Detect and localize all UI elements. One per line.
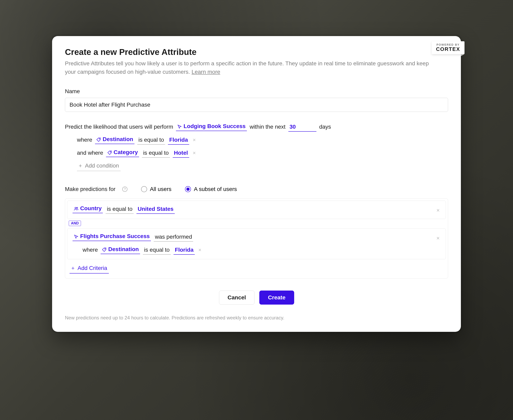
cursor-icon: [177, 124, 182, 129]
tag-icon: [102, 247, 107, 252]
criteria-op-token[interactable]: was performed: [154, 234, 193, 242]
tag-icon: [96, 137, 101, 142]
condition-row: and where Category is equal to Hotel ×: [65, 149, 448, 158]
criteria-value-token[interactable]: Florida: [174, 247, 195, 255]
svg-point-1: [110, 152, 111, 152]
condition-op-token[interactable]: is equal to: [142, 150, 170, 158]
add-condition-button[interactable]: ＋ Add condition: [77, 162, 121, 171]
subset-criteria-box: Country is equal to United States × AND …: [65, 198, 448, 278]
remove-condition-icon[interactable]: ×: [192, 150, 196, 156]
radio-subset-users[interactable]: [185, 186, 191, 192]
criteria-event-token[interactable]: Flights Purchase Success: [73, 233, 151, 241]
predict-days-token[interactable]: 30: [288, 124, 317, 132]
criteria-op-token[interactable]: is equal to: [143, 247, 171, 255]
and-chip: AND: [69, 221, 81, 226]
cursor-icon: [74, 234, 79, 239]
create-button[interactable]: Create: [259, 291, 294, 305]
cortex-brand: CORTEX: [436, 46, 460, 52]
svg-point-4: [105, 249, 106, 249]
remove-criteria-icon[interactable]: ×: [436, 206, 440, 214]
remove-criteria-icon[interactable]: ×: [436, 234, 440, 242]
name-field-label: Name: [65, 88, 448, 95]
plus-icon: ＋: [78, 162, 83, 169]
condition-row: where Destination is equal to Florida ×: [65, 136, 448, 145]
modal-buttons: Cancel Create: [65, 291, 448, 305]
footnote: New predictions need up to 24 hours to c…: [65, 315, 448, 321]
criteria-block: Flights Purchase Success was performed w…: [67, 228, 446, 259]
svg-point-2: [75, 207, 76, 209]
remove-condition-icon[interactable]: ×: [192, 137, 196, 143]
modal-card: POWERED BY CORTEX Create a new Predictiv…: [52, 36, 461, 332]
add-condition-row: ＋ Add condition: [65, 162, 448, 171]
criteria-value-token[interactable]: United States: [136, 206, 175, 214]
condition-op-token[interactable]: is equal to: [137, 137, 165, 145]
predict-event-token[interactable]: Lodging Book Success: [176, 123, 247, 131]
condition-value-token[interactable]: Florida: [168, 137, 189, 145]
powered-by-label: POWERED BY: [436, 43, 460, 46]
help-icon[interactable]: ?: [122, 187, 128, 192]
condition-attr-token[interactable]: Destination: [95, 136, 134, 144]
criteria-op-token[interactable]: is equal to: [106, 206, 134, 214]
cortex-badge: POWERED BY CORTEX: [432, 41, 465, 54]
condition-attr-token[interactable]: Category: [106, 149, 139, 157]
modal-title: Create a new Predictive Attribute: [65, 47, 448, 57]
svg-point-3: [77, 207, 78, 208]
learn-more-link[interactable]: Learn more: [192, 69, 220, 75]
name-input[interactable]: [65, 98, 448, 112]
tag-icon: [107, 150, 112, 155]
criteria-block: Country is equal to United States ×: [67, 201, 446, 219]
users-icon: [74, 206, 79, 211]
svg-point-0: [99, 139, 100, 139]
cancel-button[interactable]: Cancel: [219, 291, 255, 305]
radio-all-users[interactable]: [141, 186, 147, 192]
criteria-attr-token[interactable]: Destination: [101, 246, 140, 254]
modal-description: Predictive Attributes tell you how likel…: [65, 59, 440, 76]
remove-condition-icon[interactable]: ×: [198, 247, 202, 253]
predictions-for-row: Make predictions for ? All users A subse…: [65, 186, 448, 192]
criteria-attr-token[interactable]: Country: [73, 205, 103, 213]
add-criteria-button[interactable]: ＋ Add Criteria: [69, 264, 109, 274]
plus-icon: ＋: [70, 264, 75, 271]
condition-value-token[interactable]: Hotel: [173, 150, 189, 158]
radio-all-users-label[interactable]: All users: [150, 186, 171, 192]
radio-subset-users-label[interactable]: A subset of users: [194, 186, 237, 192]
predict-sentence: Predict the likelihood that users will p…: [65, 123, 448, 132]
